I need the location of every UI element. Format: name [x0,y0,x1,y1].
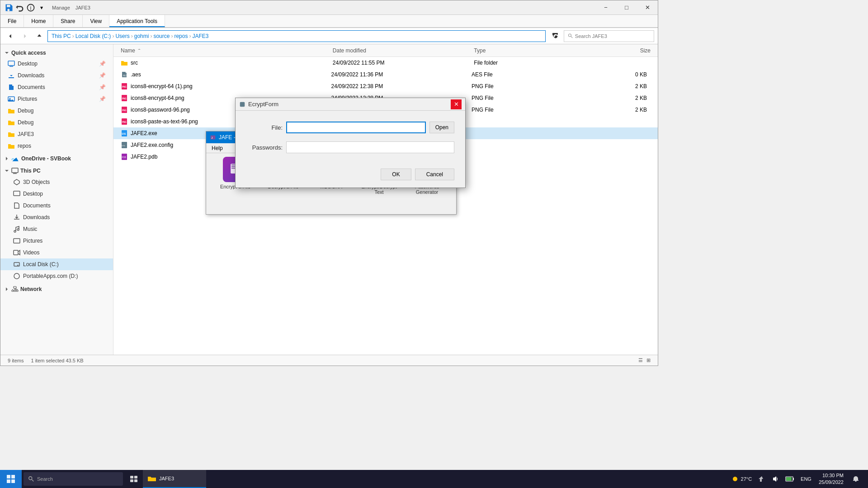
file-input[interactable] [286,122,426,133]
exe-icon: EXE [121,130,128,137]
col-header-date[interactable]: Date modified [333,47,474,54]
search-box[interactable] [564,30,654,42]
sidebar-item-debug1[interactable]: Debug [0,105,113,117]
passwords-input[interactable] [286,141,454,153]
sidebar-item-videos[interactable]: Videos [0,247,113,258]
address-path[interactable]: This PC › Local Disk (C:) › Users › gohm… [47,30,546,42]
breadcrumb-localdisk[interactable]: Local Disk (C:) [75,33,111,39]
breadcrumb-thispc[interactable]: This PC [52,33,71,39]
dropdown-btn[interactable]: ▾ [37,3,47,13]
sidebar-item-documents2[interactable]: Documents [0,200,113,211]
undo-btn[interactable] [15,3,25,13]
png-icon2: PNG [121,94,128,102]
breadcrumb-source[interactable]: source [153,33,170,39]
pdb-icon: PDB [121,153,128,160]
png-icon3: PNG [121,106,128,113]
sidebar-item-portableapps[interactable]: PortableApps.com (D:) [0,270,113,282]
onedrive-header[interactable]: OneDrive - SVBook [0,154,113,164]
properties-btn[interactable]: i [26,3,36,13]
ribbon-tab-apptools[interactable]: Application Tools [109,15,165,27]
title-controls: − □ ✕ [595,0,658,15]
battery-systray[interactable] [783,470,796,488]
notification-center[interactable] [849,470,863,488]
svg-text:PNG: PNG [122,86,127,88]
ribbon-tab-file[interactable]: File [0,15,24,27]
ribbon-tab-share[interactable]: Share [53,15,83,27]
jafe-menu-help[interactable]: Help [206,143,228,153]
svg-text:J: J [212,136,213,139]
pin-icon-doc: 📌 [99,84,106,90]
sidebar-item-music[interactable]: Music [0,223,113,235]
svg-rect-14 [14,263,19,266]
file-label: File: [246,124,283,131]
png-icon4: PNG [121,118,128,125]
tiles-view-icon[interactable]: ⊞ [646,357,651,363]
volume-systray[interactable] [770,470,781,488]
taskbar-app-explorer[interactable]: JAFE3 [143,470,206,488]
pictures-icon [8,95,15,103]
cancel-button[interactable]: Cancel [415,169,454,180]
ribbon-tab-view[interactable]: View [83,15,109,27]
sidebar-item-repos[interactable]: repos [0,140,113,152]
save-btn[interactable] [4,3,14,13]
network-header[interactable]: Network [0,284,113,295]
svg-rect-11 [14,191,20,196]
table-row[interactable]: PNG icons8-encrypt-64 (1).png 24/09/2022… [113,80,658,92]
windows-icon [7,475,15,483]
network-systray-icon [758,475,765,483]
sidebar-item-pictures[interactable]: Pictures 📌 [0,93,113,105]
details-view-icon[interactable]: ☰ [638,357,643,363]
dialog-close-btn[interactable]: ✕ [451,99,462,109]
close-btn[interactable]: ✕ [637,0,658,15]
sidebar-item-downloads2[interactable]: Downloads [0,211,113,223]
refresh-btn[interactable] [549,30,562,42]
svg-rect-8 [12,168,18,173]
breadcrumb-jafe3[interactable]: JAFE3 [192,33,208,39]
maximize-btn[interactable]: □ [616,0,637,15]
minimize-btn[interactable]: − [595,0,616,15]
back-btn[interactable] [4,30,17,42]
table-row[interactable]: AES .aes 24/09/2022 11:36 PM AES File 0 … [113,69,658,80]
thispc-header[interactable]: This PC [0,165,113,176]
sidebar-item-localdisk[interactable]: Local Disk (C:) [0,258,113,270]
open-button[interactable]: Open [429,122,454,133]
taskbar: Search JAFE3 27°C ENG 10 [0,470,868,488]
taskbar-search-box[interactable]: Search [24,472,123,486]
sidebar-item-3dobjects[interactable]: 3D Objects [0,176,113,188]
sidebar-item-desktop2[interactable]: Desktop [0,188,113,200]
ribbon-tabs: File Home Share View Application Tools [0,15,658,28]
ribbon-tab-home[interactable]: Home [24,15,53,27]
search-input[interactable] [575,33,650,39]
onedrive-section: OneDrive - SVBook [0,154,113,164]
portableapps-icon [13,272,20,280]
selection-info: 1 item selected 43.5 KB [31,358,83,363]
sidebar-item-downloads[interactable]: Downloads 📌 [0,70,113,81]
sidebar-item-jafe3[interactable]: JAFE3 [0,128,113,140]
sidebar-item-documents[interactable]: Documents 📌 [0,81,113,93]
task-view-btn[interactable] [125,470,143,488]
passwords-label: Passwords: [246,144,283,151]
sidebar-item-pictures2[interactable]: Pictures [0,235,113,247]
col-header-size[interactable]: Size [580,47,651,54]
lang-indicator[interactable]: ENG [799,470,813,488]
col-header-name[interactable]: Name [121,47,333,54]
weather-item[interactable]: 27°C [729,470,754,488]
svg-rect-85 [130,476,133,479]
quick-access-header[interactable]: Quick access [0,48,113,58]
table-row[interactable]: src 24/09/2022 11:55 PM File folder [113,57,658,69]
pin-icon-pic: 📌 [99,96,106,102]
sidebar-item-debug2[interactable]: Debug [0,117,113,128]
network-systray[interactable] [756,470,767,488]
svg-rect-12 [14,239,20,243]
breadcrumb-users[interactable]: Users [115,33,129,39]
up-btn[interactable] [33,30,46,42]
clock[interactable]: 10:30 PM 25/09/2022 [815,472,847,486]
col-header-type[interactable]: Type [474,47,580,54]
ok-button[interactable]: OK [381,169,411,180]
start-button[interactable] [0,470,22,488]
breadcrumb-repos[interactable]: repos [174,33,188,39]
sidebar-item-desktop[interactable]: Desktop 📌 [0,58,113,70]
breadcrumb-gohmi[interactable]: gohmi [134,33,149,39]
forward-btn[interactable] [19,30,31,42]
onedrive-icon [11,155,19,162]
